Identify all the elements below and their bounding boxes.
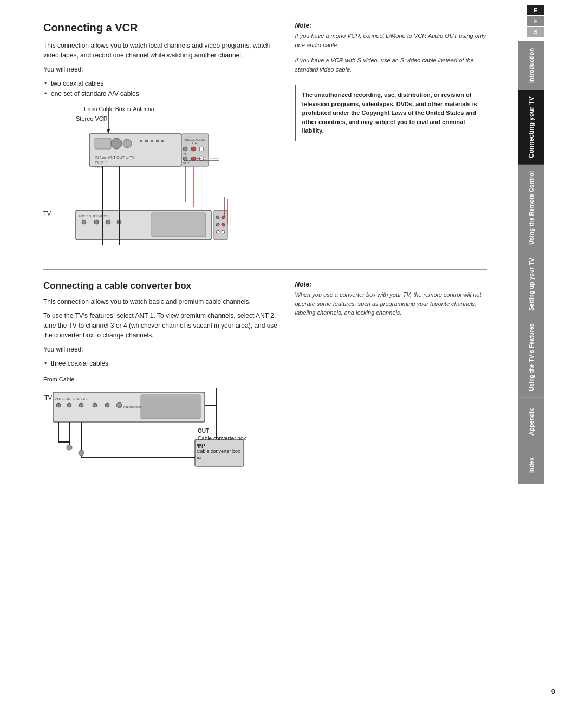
tab-connecting[interactable]: Connecting your TV — [518, 90, 544, 165]
cable-body: To use the TV's features, select ANT-1. … — [43, 311, 279, 340]
vcr-right-col: Note: If you have a mono VCR, connect L/… — [295, 22, 488, 258]
tab-setting-label: Setting up your TV — [528, 258, 535, 311]
svg-point-54 — [222, 230, 225, 233]
in-label: IN — [198, 443, 246, 450]
svg-rect-6 — [140, 140, 142, 142]
cable-bullet-1: three coaxial cables — [51, 359, 279, 369]
right-sidebar: E F S Introduction Connecting your TV Us… — [515, 0, 544, 728]
cable-left-col: Connecting a cable converter box This co… — [43, 281, 279, 482]
svg-text:IN: IN — [197, 456, 201, 460]
svg-point-63 — [67, 403, 72, 407]
tab-introduction[interactable]: Introduction — [518, 41, 544, 90]
vcr-bullet-1: two coaxial cables — [51, 79, 279, 89]
svg-rect-34 — [152, 213, 206, 237]
tv-label-vcr: TV — [43, 210, 51, 217]
vcr-note-text2: If you have a VCR with S-video, use an S… — [295, 56, 488, 74]
stereo-vcr-label: Stereo VCR — [76, 115, 108, 122]
svg-point-83 — [79, 450, 84, 456]
tab-appendix-label: Appendix — [528, 408, 535, 435]
svg-text:TV: TV — [44, 394, 53, 401]
vcr-note-text1: If you have a mono VCR, connect L/Mono t… — [295, 31, 488, 49]
box-e: E — [527, 5, 544, 15]
svg-text:ANT   □   OUT □   ANT-2 □: ANT □ OUT □ ANT-2 □ — [55, 397, 88, 400]
tab-index-label: Index — [528, 458, 535, 473]
svg-point-49 — [216, 216, 219, 219]
cable-diagram-area: From Cable TV ANT □ OUT □ ANT-2 □ — [43, 376, 279, 476]
svg-point-21 — [183, 157, 187, 161]
vcr-section: Connecting a VCR This connection allows … — [43, 22, 487, 258]
vcr-diagram-area: From Cable Box or Antenna Stereo VCR TV — [43, 106, 279, 252]
svg-rect-60 — [141, 395, 200, 419]
svg-point-4 — [111, 138, 122, 149]
tab-appendix[interactable]: Appendix — [518, 398, 544, 446]
from-cable-label-vcr: From Cable Box or Antenna — [84, 106, 154, 112]
svg-point-36 — [82, 220, 86, 224]
svg-point-82 — [67, 445, 72, 450]
cable-note-text: When you use a converter box with your T… — [295, 290, 488, 317]
vcr-intro: This connection allows you to watch loca… — [43, 41, 279, 60]
vcr-note-label: Note: — [295, 22, 488, 29]
svg-point-66 — [105, 403, 109, 407]
cable-note-label: Note: — [295, 281, 488, 288]
vcr-bullet-2: one set of standard A/V cables — [51, 89, 279, 99]
svg-rect-10 — [161, 140, 164, 142]
page-number: 9 — [551, 687, 555, 696]
svg-text:CH 3 □: CH 3 □ — [95, 161, 107, 165]
svg-text:IN from ANT  OUT to TV: IN from ANT OUT to TV — [95, 155, 135, 159]
tab-connecting-label: Connecting your TV — [528, 96, 535, 158]
svg-point-62 — [56, 403, 61, 407]
svg-point-5 — [123, 139, 132, 148]
out-cable-label: OUT Cable converter box IN — [198, 427, 246, 450]
vcr-bullets: two coaxial cables one set of standard A… — [43, 79, 279, 99]
tab-remote[interactable]: Using the Remote Control — [518, 165, 544, 251]
svg-point-38 — [106, 220, 110, 224]
svg-text:CH 4 □: CH 4 □ — [95, 165, 107, 169]
warning-text: The unauthorized recording, use, distrib… — [302, 90, 481, 135]
svg-text:L    R: L R — [192, 141, 198, 145]
svg-point-51 — [216, 223, 219, 226]
cable-title: Connecting a cable converter box — [43, 281, 279, 291]
tab-features[interactable]: Using the TV's Features — [518, 317, 544, 398]
section-divider — [43, 269, 487, 270]
main-content: Connecting a VCR This connection allows … — [0, 0, 515, 728]
tab-remote-label: Using the Remote Control — [528, 171, 535, 245]
svg-rect-9 — [156, 140, 159, 142]
box-s: S — [527, 27, 544, 37]
warning-strong: The unauthorized recording, use, distrib… — [302, 92, 477, 134]
tab-features-label: Using the TV's Features — [528, 323, 535, 391]
page-wrapper: Connecting a VCR This connection allows … — [0, 0, 585, 728]
svg-point-37 — [94, 220, 99, 224]
svg-point-64 — [79, 403, 83, 407]
svg-rect-7 — [145, 140, 148, 142]
svg-point-50 — [222, 216, 225, 219]
svg-marker-1 — [107, 129, 110, 134]
svg-text:IN: IN — [183, 152, 186, 155]
vcr-you-will-need: You will need: — [43, 64, 279, 74]
vcr-left-col: Connecting a VCR This connection allows … — [43, 22, 279, 258]
svg-point-67 — [116, 402, 122, 408]
cable-intro: This connection allows you to watch basi… — [43, 297, 279, 307]
svg-text:ANT □   OUT □   ANT □: ANT □ OUT □ ANT □ — [79, 214, 109, 218]
top-boxes: E F S — [527, 5, 544, 37]
tab-introduction-label: Introduction — [528, 48, 535, 83]
sidebar-tabs: Introduction Connecting your TV Using th… — [518, 41, 544, 728]
cable-section: Connecting a cable converter box This co… — [43, 281, 487, 482]
warning-box: The unauthorized recording, use, distrib… — [295, 84, 488, 141]
svg-point-17 — [183, 147, 187, 151]
vcr-title: Connecting a VCR — [43, 22, 279, 34]
from-cable-label: From Cable — [43, 376, 279, 382]
svg-point-52 — [222, 223, 225, 226]
tab-setting[interactable]: Setting up your TV — [518, 251, 544, 317]
box-f: F — [527, 16, 544, 26]
svg-point-19 — [199, 147, 204, 151]
svg-point-53 — [216, 230, 219, 233]
cable-bullets: three coaxial cables — [43, 359, 279, 369]
out-label: OUT — [198, 427, 246, 435]
svg-rect-3 — [95, 138, 111, 149]
cable-converter-box-label: Cable converter box — [198, 435, 246, 443]
cable-you-will-need: You will need: — [43, 344, 279, 354]
svg-point-65 — [93, 403, 97, 407]
svg-point-18 — [191, 147, 196, 151]
cable-right-col: Note: When you use a converter box with … — [295, 281, 488, 482]
tab-index[interactable]: Index — [518, 446, 544, 484]
